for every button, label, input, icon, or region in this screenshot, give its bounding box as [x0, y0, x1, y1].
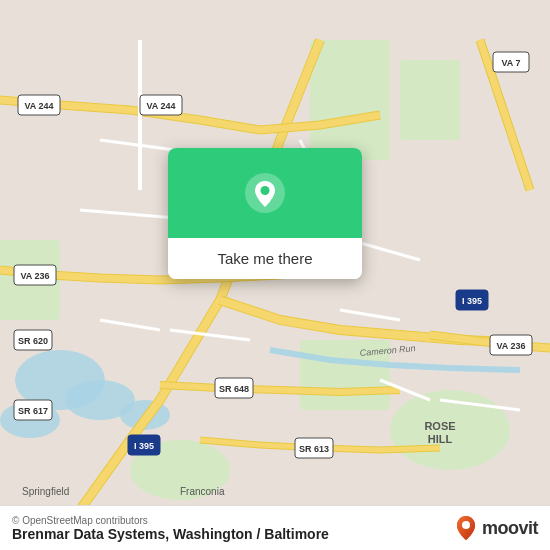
popup-header	[168, 148, 362, 238]
svg-text:VA 236: VA 236	[20, 271, 49, 281]
svg-point-51	[261, 186, 270, 195]
svg-text:I 395: I 395	[462, 296, 482, 306]
location-pin-icon	[243, 171, 287, 215]
svg-rect-6	[400, 60, 460, 140]
location-title: Brenmar Data Systems, Washington / Balti…	[12, 526, 329, 542]
svg-text:VA 236: VA 236	[496, 341, 525, 351]
svg-text:SR 620: SR 620	[18, 336, 48, 346]
svg-text:ROSE: ROSE	[424, 420, 455, 432]
svg-text:SR 648: SR 648	[219, 384, 249, 394]
svg-rect-5	[310, 40, 390, 160]
svg-text:VA 7: VA 7	[501, 58, 520, 68]
svg-text:I 395: I 395	[134, 441, 154, 451]
map-container: VA 7 VA 244 VA 244 I 395 I 395 I 395 VA …	[0, 0, 550, 550]
moovit-pin-icon	[454, 514, 478, 542]
svg-text:Franconia: Franconia	[180, 486, 225, 497]
svg-text:Springfield: Springfield	[22, 486, 69, 497]
svg-text:HILL: HILL	[428, 433, 453, 445]
svg-point-52	[462, 521, 470, 529]
moovit-logo: moovit	[454, 514, 538, 542]
svg-text:SR 613: SR 613	[299, 444, 329, 454]
moovit-brand-text: moovit	[482, 518, 538, 539]
svg-text:SR 617: SR 617	[18, 406, 48, 416]
bottom-bar: © OpenStreetMap contributors Brenmar Dat…	[0, 505, 550, 550]
svg-text:VA 244: VA 244	[24, 101, 53, 111]
bottom-bar-left: © OpenStreetMap contributors Brenmar Dat…	[12, 515, 329, 542]
svg-text:VA 244: VA 244	[146, 101, 175, 111]
take-me-there-button[interactable]: Take me there	[168, 238, 362, 279]
popup-card: Take me there	[168, 148, 362, 279]
map-attribution: © OpenStreetMap contributors	[12, 515, 329, 526]
